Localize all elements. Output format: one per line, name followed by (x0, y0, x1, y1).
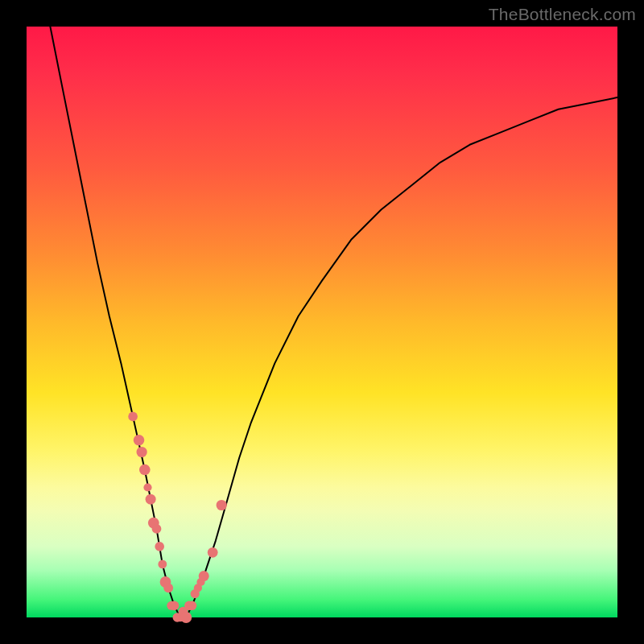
sample-dot (163, 583, 173, 592)
sample-dot (158, 560, 167, 569)
sample-dot (208, 547, 218, 558)
sample-dot (139, 464, 151, 476)
sample-dot (180, 612, 192, 623)
outer-frame: TheBottleneck.com (0, 0, 644, 644)
sample-dot (188, 601, 197, 611)
watermark-text: TheBottleneck.com (489, 5, 636, 24)
sample-dot (134, 435, 145, 446)
bottleneck-curve (50, 27, 617, 617)
sample-dot (152, 524, 162, 534)
sample-dot (143, 483, 151, 491)
sample-dot (128, 412, 138, 422)
chart-svg (27, 27, 617, 617)
sample-dot (137, 447, 147, 457)
sample-dots-group (128, 412, 226, 623)
sample-dot (155, 542, 164, 551)
plot-area (27, 27, 617, 617)
sample-dot (146, 494, 156, 505)
sample-dot (217, 500, 227, 510)
sample-dot (199, 571, 209, 581)
sample-dot (170, 601, 180, 610)
